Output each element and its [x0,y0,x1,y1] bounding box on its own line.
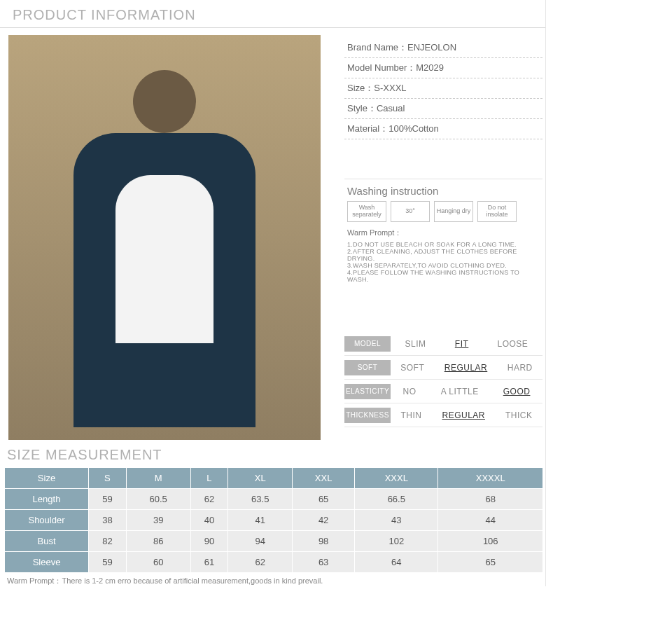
attr-options: SLIMFITLOOSE [391,339,542,349]
attr-option: THICK [505,410,533,420]
table-row: Length5960.56263.56566.568 [5,489,543,510]
attr-option: A LITTLE [441,387,479,396]
washing-instruction-panel: Washing instruction Wash separately 30° … [344,179,542,283]
size-cell: 39 [126,510,190,531]
size-cell: 41 [228,510,293,531]
size-col-header: XL [228,468,293,489]
size-col-header: M [126,468,190,489]
size-cell: 65 [438,552,543,573]
size-cell: 59 [89,552,127,573]
size-cell: 38 [89,510,127,531]
spec-label: Brand Name [347,42,407,53]
size-cell: 65 [293,489,355,510]
attr-options: SOFTREGULARHARD [391,363,542,373]
size-col-header: XXXXL [438,468,543,489]
size-cell: 59 [89,489,127,510]
size-cell: 90 [190,531,228,552]
attr-row: MODELSLIMFITLOOSE [344,332,542,356]
size-col-header: S [89,468,127,489]
size-cell: 64 [355,552,438,573]
attr-option: FIT [455,339,469,349]
attribute-sliders: MODELSLIMFITLOOSESOFTSOFTREGULARHARDELAS… [344,332,542,427]
wash-box: Hanging dry [434,201,473,222]
prompt-text: There is 1-2 cm erro because of artifici… [62,576,323,585]
spec-label: Size [347,83,374,93]
attr-row: SOFTSOFTREGULARHARD [344,356,542,380]
size-cell: 63.5 [228,489,293,510]
spec-label: Model Number [347,62,416,73]
spec-material: Material100%Cotton [344,119,542,139]
attr-row: ELASTICITYNOA LITTLEGOOD [344,380,542,403]
spec-value: ENJEOLON [407,42,456,53]
attr-option: HARD [507,363,533,373]
size-cell: 43 [355,510,438,531]
attr-label: THICKNESS [344,408,391,423]
spec-label: Style [347,103,377,113]
attr-option: GOOD [503,387,531,396]
size-cell: 106 [438,531,543,552]
size-cell: 82 [89,531,127,552]
size-cell: 66.5 [355,489,438,510]
spec-brand: Brand NameENJEOLON [344,38,542,58]
prompt-label: Warm Prompt [7,576,62,585]
spec-value: Casual [377,103,405,113]
size-cell: 60 [126,552,190,573]
attr-label: ELASTICITY [344,384,391,399]
size-cell: 42 [293,510,355,531]
spec-style: StyleCasual [344,99,542,119]
size-table: SizeSMLXLXXLXXXLXXXXL Length5960.56263.5… [4,467,543,573]
product-hero-image [8,35,321,440]
size-col-header: Size [5,468,89,489]
spec-size: SizeS-XXXL [344,78,542,99]
table-row: Bust8286909498102106 [5,531,543,552]
size-cell: 98 [293,531,355,552]
attr-option: REGULAR [442,410,485,420]
size-col-header: XXL [293,468,355,489]
size-col-header: XXXL [355,468,438,489]
attr-options: THINREGULARTHICK [391,410,542,420]
spec-value: M2029 [416,62,444,73]
spec-value: S-XXXL [374,83,406,93]
size-cell: 68 [438,489,543,510]
spec-value: 100%Cotton [388,123,439,134]
washing-rule: 4.PLEASE FOLLOW THE WASHING INSTRUCTIONS… [347,269,542,283]
wash-box: Do not insolate [477,201,517,222]
size-cell: 40 [190,510,228,531]
table-row: Sleeve59606162636465 [5,552,543,573]
wash-box: Wash separately [347,201,386,222]
size-warm-prompt: Warm PromptThere is 1-2 cm erro because … [7,576,545,586]
attr-option: NO [403,387,416,396]
size-col-header: L [190,468,228,489]
attr-label: SOFT [344,360,391,375]
size-cell: 61 [190,552,228,573]
washing-rule: 2.AFTER CLEANING, ADJUST THE CLOTHES BEF… [347,248,542,262]
washing-boxes: Wash separately 30° Hanging dry Do not i… [344,201,542,222]
size-row-header: Sleeve [5,552,89,573]
size-cell: 62 [190,489,228,510]
size-cell: 44 [438,510,543,531]
size-cell: 86 [126,531,190,552]
attr-option: SOFT [400,363,424,373]
attr-option: REGULAR [444,363,488,373]
section-title-size: SIZE MEASUREMENT [7,447,545,463]
attr-options: NOA LITTLEGOOD [391,387,542,396]
washing-rule: 3.WASH SEPARATELY,TO AVOID CLOTHING DYED… [347,262,542,269]
washing-rule: 1.DO NOT USE BLEACH OR SOAK FOR A LONG T… [347,241,542,248]
size-cell: 60.5 [126,489,190,510]
attr-option: SLIM [405,339,426,349]
size-cell: 94 [228,531,293,552]
size-row-header: Bust [5,531,89,552]
table-row: Shoulder38394041424344 [5,510,543,531]
attr-row: THICKNESSTHINREGULARTHICK [344,403,542,427]
washing-rules: 1.DO NOT USE BLEACH OR SOAK FOR A LONG T… [344,241,542,283]
size-row-header: Shoulder [5,510,89,531]
size-cell: 63 [293,552,355,573]
size-cell: 62 [228,552,293,573]
washing-title: Washing instruction [344,185,542,197]
attr-option: THIN [400,410,421,420]
spec-model: Model NumberM2029 [344,58,542,78]
size-row-header: Length [5,489,89,510]
wash-box: 30° [391,201,430,222]
warm-prompt-label: Warm Prompt： [347,228,542,238]
attr-option: LOOSE [498,339,528,349]
